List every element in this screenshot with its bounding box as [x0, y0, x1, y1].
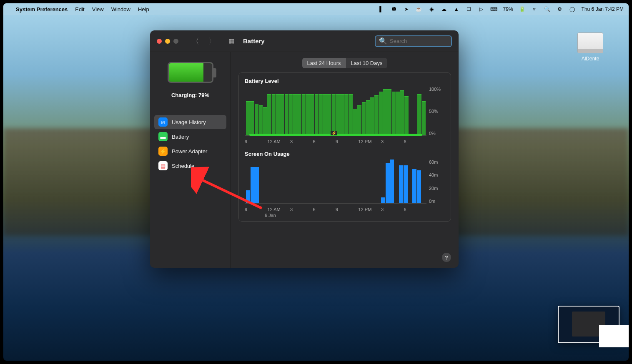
show-all-icon[interactable]: ▦: [228, 37, 235, 45]
pow-icon: ⚡: [158, 147, 168, 156]
sidebar: Charging: 79% ⎚Usage History▬Battery⚡Pow…: [150, 52, 231, 268]
chart-bar: [404, 165, 408, 203]
keyboard-icon[interactable]: ⌨: [491, 6, 497, 12]
battery-icon[interactable]: 🔋: [519, 6, 526, 12]
chart-bar: [272, 94, 276, 135]
chart-bar: [400, 90, 404, 135]
sidebar-item-label: Schedule: [172, 163, 194, 169]
status-icon[interactable]: ☁: [441, 6, 447, 12]
chart-bar: [246, 190, 250, 204]
chart-bar: [285, 94, 288, 135]
status-icon[interactable]: ☕: [416, 6, 422, 12]
chart-bar: [276, 94, 280, 135]
chart-bar: [246, 101, 250, 135]
chart-bar: [422, 101, 426, 135]
chart-bar: [404, 96, 408, 135]
chart-bar: [349, 94, 353, 135]
siri-icon[interactable]: ◯: [569, 6, 576, 12]
app-name[interactable]: System Preferences: [16, 6, 68, 12]
chart-bar: [310, 94, 314, 135]
chart-bar: [251, 167, 255, 204]
sidebar-item-label: Power Adapter: [172, 148, 207, 155]
menu-edit[interactable]: Edit: [75, 6, 84, 12]
chart-screen-on: Screen On Usage 60m40m20m0m 912 AM36912 …: [245, 151, 445, 218]
chart-bar: [255, 104, 258, 135]
sidebar-item-usage-history[interactable]: ⎚Usage History: [154, 115, 226, 129]
display-icon[interactable]: ☐: [466, 6, 472, 12]
maximize-button[interactable]: [173, 39, 178, 44]
status-icon[interactable]: ➤: [403, 6, 410, 12]
menu-window[interactable]: Window: [111, 6, 130, 12]
main-content: Last 24 HoursLast 10 Days Battery Level …: [231, 52, 459, 268]
chart-bar: [302, 94, 306, 135]
wifi-icon[interactable]: ᯤ: [532, 6, 538, 12]
screenshot-thumbnail[interactable]: [558, 306, 619, 343]
desktop-disk-icon[interactable]: AlDente: [574, 32, 607, 62]
charging-indicator-line: [249, 134, 422, 136]
usage-icon: ⎚: [158, 117, 168, 127]
status-icon[interactable]: ◉: [428, 6, 435, 12]
sched-icon: ▤: [158, 161, 168, 170]
sidebar-item-label: Battery: [172, 134, 189, 140]
chart-bar: [327, 94, 331, 135]
chart-bar: [357, 105, 361, 135]
chart-bar: [340, 94, 344, 135]
battery-graphic-icon: [168, 62, 213, 83]
preferences-window: 〈 〉 ▦ Battery 🔍 Charging: 79% ⎚Usage His…: [150, 30, 459, 268]
status-icon[interactable]: ▌: [378, 6, 385, 12]
chart-bar: [362, 102, 366, 135]
control-center-icon[interactable]: ⚙: [557, 6, 563, 12]
search-input[interactable]: [390, 38, 459, 44]
chart-bar: [390, 160, 394, 203]
chart-bar: [381, 197, 385, 203]
window-title: Battery: [243, 37, 265, 45]
chart-bar: [379, 92, 383, 135]
date-label: 6 Jan: [265, 213, 445, 218]
chart-bar: [370, 97, 374, 135]
search-icon: 🔍: [379, 37, 387, 45]
sidebar-item-battery[interactable]: ▬Battery: [154, 130, 226, 144]
menu-view[interactable]: View: [92, 6, 104, 12]
segment-option[interactable]: Last 24 Hours: [302, 58, 346, 68]
chart-bar: [297, 94, 301, 135]
chart-title: Battery Level: [245, 78, 445, 84]
chart-bar: [392, 92, 396, 135]
chart-bar: [263, 107, 267, 135]
chart-bar: [315, 94, 319, 135]
charging-status: Charging: 79%: [171, 92, 209, 98]
battery-percent[interactable]: 79%: [503, 6, 513, 12]
chart-bar: [280, 94, 284, 135]
titlebar: 〈 〉 ▦ Battery 🔍: [150, 30, 459, 52]
charts-panel: Battery Level 100%50%0% 912 AM36912 PM36: [238, 72, 451, 222]
chart-bar: [344, 94, 348, 135]
back-button[interactable]: 〈: [192, 36, 199, 46]
close-button[interactable]: [157, 39, 162, 44]
play-icon[interactable]: ▷: [478, 6, 485, 12]
batt-icon: ▬: [158, 132, 168, 141]
status-icon[interactable]: ▲: [453, 6, 460, 12]
chart-bar: [289, 94, 293, 135]
chart-bar: [417, 170, 421, 203]
chart-bar: [332, 94, 336, 135]
chart-bar: [319, 94, 323, 135]
sidebar-item-power-adapter[interactable]: ⚡Power Adapter: [154, 144, 226, 158]
chart-bar: [374, 95, 378, 135]
time-range-segmented[interactable]: Last 24 HoursLast 10 Days: [302, 58, 388, 68]
chart-bar: [250, 101, 254, 135]
chart-bar: [323, 94, 327, 135]
menu-help[interactable]: Help: [138, 6, 149, 12]
menubar-datetime[interactable]: Thu 6 Jan 7:42 PM: [582, 6, 624, 12]
status-icon[interactable]: ➊: [391, 6, 397, 12]
chart-bar: [383, 89, 387, 135]
search-field[interactable]: 🔍: [375, 35, 452, 47]
segment-option[interactable]: Last 10 Days: [346, 58, 388, 68]
chart-bar: [306, 94, 310, 135]
sidebar-item-schedule[interactable]: ▤Schedule: [154, 159, 226, 173]
help-button[interactable]: ?: [442, 253, 451, 262]
chart-bar: [412, 169, 416, 203]
chart-bar: [387, 89, 391, 135]
chart-bar: [399, 165, 403, 203]
menubar: System Preferences Edit View Window Help…: [3, 3, 629, 15]
spotlight-icon[interactable]: 🔍: [544, 6, 551, 12]
minimize-button[interactable]: [165, 39, 170, 44]
